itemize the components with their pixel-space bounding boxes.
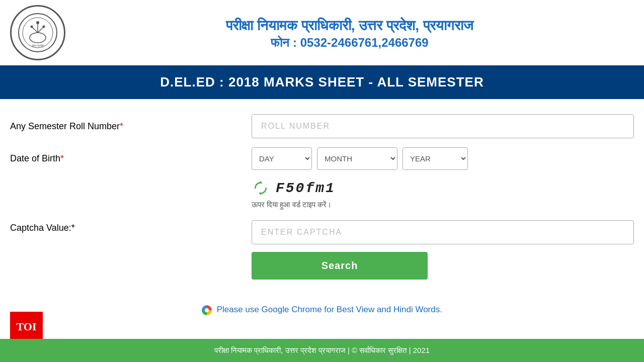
captcha-section: F50fm1 ऊपर दिया हुआ वर्ड टाइप करें। [252,179,634,215]
captcha-input[interactable] [252,220,634,244]
month-select[interactable]: MONTHJanuaryFebruaryMarchAprilMayJuneJul… [317,147,397,170]
search-button-area: Search [252,252,634,280]
roll-number-input[interactable] [252,114,634,138]
page-footer: परीक्षा नियामक प्राधिकारी, उत्तर प्रदेश … [0,339,644,362]
captcha-display: F50fm1 [252,179,634,197]
captcha-label: Captcha Value:* [10,220,252,233]
captcha-row: Captcha Value:* [10,220,634,244]
svg-line-5 [38,27,44,33]
dob-row: Date of Birth* DAY1234567891011121314151… [10,147,634,170]
year-select[interactable]: YEAR198019811982198319841985198619871988… [403,147,468,170]
page-banner: D.EL.ED : 2018 MARKS SHEET - ALL SEMESTE… [0,65,644,99]
toi-badge[interactable]: TOI [10,312,43,342]
captcha-hint: ऊपर दिया हुआ वर्ड टाइप करें। [252,200,634,209]
roll-number-row: Any Semester Roll Number* [10,114,634,138]
logo: उत्तर प्रदेश [10,5,65,60]
svg-point-2 [30,33,46,43]
footer-text: परीक्षा नियामक प्राधिकारी, उत्तर प्रदेश … [214,346,430,354]
roll-number-input-area [252,114,634,138]
svg-point-8 [43,26,45,28]
svg-line-4 [32,27,38,33]
page-header: उत्तर प्रदेश परीक्षा नियामक प्राधिकारी, … [0,0,644,65]
chrome-notice: Please use Google Chrome for Best View a… [10,295,634,325]
svg-point-6 [36,21,39,24]
chrome-notice-link[interactable]: Please use Google Chrome for Best View a… [217,305,442,314]
main-content: Any Semester Roll Number* Date of Birth*… [0,99,644,335]
captcha-code: F50fm1 [276,180,336,196]
roll-number-label: Any Semester Roll Number* [10,121,252,132]
banner-text: D.EL.ED : 2018 MARKS SHEET - ALL SEMESTE… [160,74,484,89]
dob-selects: DAY1234567891011121314151617181920212223… [252,147,634,170]
header-title-line1: परीक्षा नियामक प्राधिकारी, उत्तर प्रदेश,… [65,16,634,35]
search-button[interactable]: Search [252,252,428,280]
svg-text:उत्तर प्रदेश: उत्तर प्रदेश [31,44,44,48]
dob-label: Date of Birth* [10,153,252,164]
day-select[interactable]: DAY1234567891011121314151617181920212223… [252,147,312,170]
header-phone: फोन : 0532-2466761,2466769 [65,36,634,50]
chrome-icon [202,305,212,315]
svg-point-7 [31,26,33,28]
captcha-refresh-icon[interactable] [252,179,270,197]
header-text-area: परीक्षा नियामक प्राधिकारी, उत्तर प्रदेश,… [65,16,634,49]
captcha-input-area [252,220,634,244]
